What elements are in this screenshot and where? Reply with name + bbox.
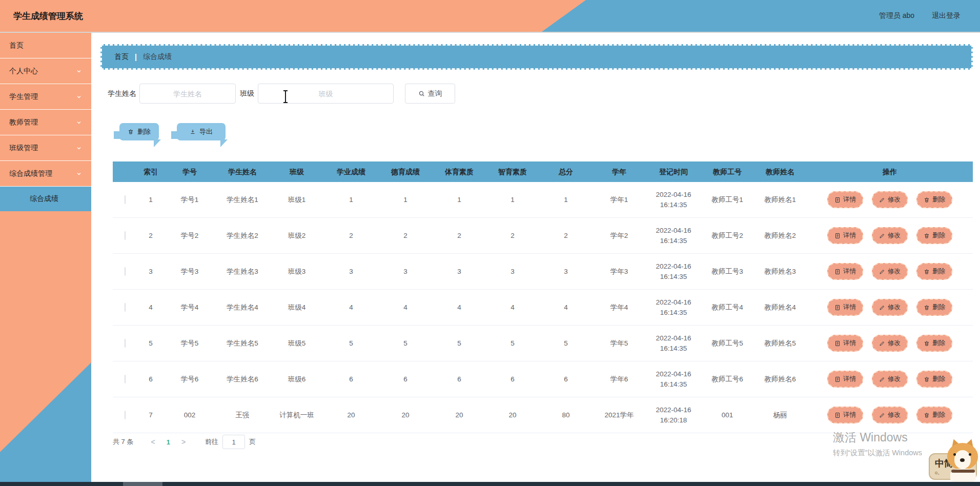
next-page-button[interactable]: > <box>175 438 192 446</box>
delete-row-button[interactable]: 删除 <box>916 191 952 208</box>
delete-row-button[interactable]: 删除 <box>916 335 952 352</box>
cell-student-name: 学生姓名2 <box>215 231 270 241</box>
edit-button-label: 修改 <box>888 267 901 276</box>
edit-button[interactable]: 修改 <box>872 191 908 208</box>
detail-button[interactable]: 详情 <box>827 335 863 352</box>
cell-total-score: 6 <box>539 374 593 384</box>
edit-button[interactable]: 修改 <box>872 299 908 316</box>
edit-button[interactable]: 修改 <box>872 335 908 352</box>
current-user-label[interactable]: 管理员 abo <box>879 11 914 21</box>
delete-row-button[interactable]: 删除 <box>916 263 952 280</box>
pen-icon <box>879 197 885 203</box>
sidebar-item-home[interactable]: 首页 <box>0 33 91 58</box>
edit-button-label: 修改 <box>888 195 901 204</box>
register-clock: 16:20:18 <box>646 415 701 426</box>
cell-moral-score: 1 <box>378 195 433 205</box>
column-header: 学年 <box>593 167 646 177</box>
detail-button[interactable]: 详情 <box>827 371 863 388</box>
breadcrumb-separator: | <box>135 53 137 61</box>
edit-button-label: 修改 <box>888 375 901 383</box>
document-icon <box>834 412 841 418</box>
table-row: 4 学号4 学生姓名4 班级4 4 4 4 4 4 学年4 2022-04-16… <box>113 290 973 326</box>
detail-button[interactable]: 详情 <box>827 191 863 208</box>
chevron-down-icon <box>76 119 82 126</box>
detail-button[interactable]: 详情 <box>827 263 863 280</box>
cell-school-year: 学年3 <box>593 267 646 277</box>
register-date: 2022-04-16 <box>646 405 701 415</box>
page-number-input[interactable] <box>222 435 245 449</box>
cell-teacher-no: 教师工号1 <box>701 195 753 205</box>
row-checkbox[interactable] <box>125 411 126 419</box>
row-checkbox[interactable] <box>125 375 126 383</box>
sidebar-item-student-mgmt[interactable]: 学生管理 <box>0 84 91 110</box>
export-button[interactable]: 导出 <box>177 123 226 140</box>
cell-register-time: 2022-04-16 16:14:35 <box>646 333 701 353</box>
query-button[interactable]: 查询 <box>405 84 455 104</box>
register-date: 2022-04-16 <box>646 297 701 308</box>
download-icon <box>190 129 196 135</box>
prev-page-button[interactable]: < <box>145 438 161 446</box>
cell-teacher-no: 001 <box>701 410 753 420</box>
edit-button[interactable]: 修改 <box>872 227 908 244</box>
row-checkbox[interactable] <box>125 303 126 312</box>
class-label: 班级 <box>240 89 254 98</box>
detail-button-label: 详情 <box>843 303 856 312</box>
cell-intellectual-score: 5 <box>486 338 539 349</box>
delete-row-button[interactable]: 删除 <box>916 299 952 316</box>
cell-class: 班级3 <box>270 267 324 277</box>
chevron-down-icon <box>76 68 82 74</box>
cell-academic-score: 5 <box>324 338 378 349</box>
row-checkbox[interactable] <box>125 267 126 276</box>
column-header: 学生姓名 <box>215 167 270 177</box>
sidebar-item-class-mgmt[interactable]: 班级管理 <box>0 135 91 161</box>
cell-academic-score: 1 <box>324 195 378 205</box>
register-date: 2022-04-16 <box>646 190 701 200</box>
table-row: 6 学号6 学生姓名6 班级6 6 6 6 6 6 学年6 2022-04-16… <box>113 361 973 397</box>
detail-button[interactable]: 详情 <box>827 299 863 316</box>
cell-register-time: 2022-04-16 16:14:35 <box>646 261 701 281</box>
edit-button[interactable]: 修改 <box>872 407 908 423</box>
cell-academic-score: 20 <box>324 410 378 420</box>
detail-button[interactable]: 详情 <box>827 407 863 423</box>
delete-row-button[interactable]: 删除 <box>916 407 952 423</box>
delete-row-button-label: 删除 <box>932 411 945 419</box>
cell-intellectual-score: 1 <box>486 195 539 205</box>
detail-button[interactable]: 详情 <box>827 227 863 244</box>
delete-selected-button[interactable]: 删除 <box>119 123 159 140</box>
logout-link[interactable]: 退出登录 <box>932 11 961 21</box>
sidebar-item-score-mgmt[interactable]: 综合成绩管理 <box>0 161 91 187</box>
breadcrumb-home[interactable]: 首页 <box>114 52 129 62</box>
cell-student-name: 学生姓名6 <box>215 374 270 384</box>
column-header: 操作 <box>807 167 973 177</box>
edit-button[interactable]: 修改 <box>872 263 908 280</box>
cell-student-no: 学号2 <box>164 231 215 241</box>
student-name-input[interactable] <box>139 84 236 104</box>
cell-student-no: 学号5 <box>164 338 215 349</box>
delete-row-button[interactable]: 删除 <box>916 227 952 244</box>
row-checkbox[interactable] <box>125 195 126 204</box>
delete-button-label: 删除 <box>137 127 151 136</box>
sidebar-subitem-composite-score-active[interactable]: 综合成绩 <box>0 187 91 211</box>
row-checkbox[interactable] <box>125 231 126 240</box>
cell-intellectual-score: 3 <box>486 267 539 277</box>
scores-table: 索引学号学生姓名班级学业成绩德育成绩体育素质智育素质总分学年登记时间教师工号教师… <box>113 161 973 433</box>
cell-teacher-name: 杨丽 <box>753 410 807 420</box>
delete-row-button[interactable]: 删除 <box>916 371 952 388</box>
current-page-number[interactable]: 1 <box>161 438 175 446</box>
cell-physical-score: 2 <box>433 231 486 241</box>
sidebar-item-label: 首页 <box>9 41 24 50</box>
edit-button[interactable]: 修改 <box>872 371 908 388</box>
horizontal-scrollbar-track[interactable] <box>0 482 980 486</box>
column-header: 索引 <box>137 167 164 177</box>
sidebar-item-personal-center[interactable]: 个人中心 <box>0 58 91 84</box>
cell-school-year: 学年5 <box>593 338 646 349</box>
sidebar-item-teacher-mgmt[interactable]: 教师管理 <box>0 110 91 135</box>
row-checkbox[interactable] <box>125 339 126 348</box>
horizontal-scrollbar-thumb[interactable] <box>123 482 162 486</box>
cell-index: 7 <box>137 410 164 420</box>
pen-icon <box>879 412 885 418</box>
search-icon <box>418 90 425 97</box>
class-input[interactable] <box>258 84 394 104</box>
trash-icon <box>924 269 930 275</box>
cell-physical-score: 3 <box>433 267 486 277</box>
